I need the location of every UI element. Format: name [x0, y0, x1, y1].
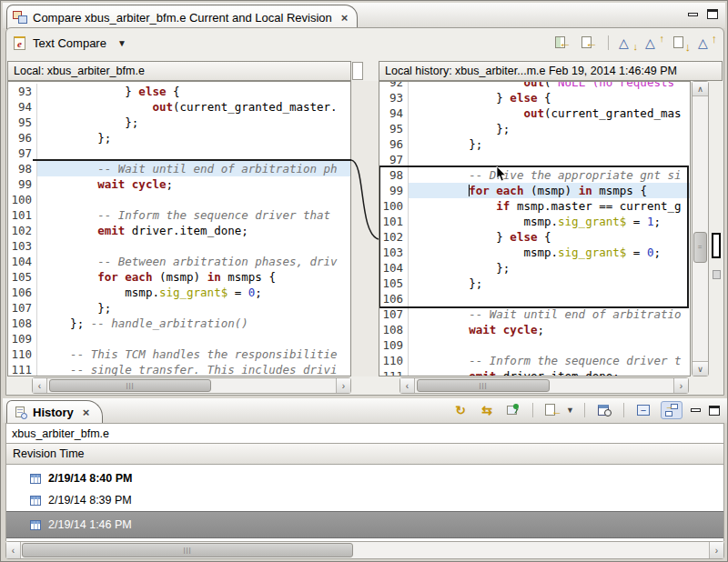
- code-line-107[interactable]: 107 -- Wait until end of arbitratio: [379, 306, 690, 322]
- revision-time-column-header[interactable]: Revision Time: [5, 443, 724, 465]
- revision-file-icon: [30, 496, 41, 506]
- code-line-103[interactable]: 103: [8, 238, 350, 254]
- scroll-right-icon[interactable]: ›: [336, 378, 350, 393]
- revision-row[interactable]: 2/19/14 1:46 PM: [6, 511, 723, 538]
- history-horizontal-scrollbar[interactable]: ‹ ||| ›: [5, 541, 724, 559]
- left-pane-horizontal-scrollbar[interactable]: ‹ ||| ›: [32, 377, 351, 394]
- close-icon[interactable]: ×: [341, 11, 349, 25]
- collapse-all-icon[interactable]: −: [634, 402, 652, 418]
- close-icon[interactable]: ×: [83, 406, 90, 419]
- code-line-100[interactable]: 100 if msmp.master == current_g: [379, 198, 690, 214]
- previous-difference-icon[interactable]: △↑: [645, 35, 663, 51]
- code-line-111[interactable]: 111 emit driver.item_done;: [379, 368, 690, 376]
- code-line-109[interactable]: 109: [8, 331, 350, 346]
- scrollbar-track[interactable]: |||: [21, 542, 709, 558]
- code-line-98[interactable]: 98 -- Wait until end of arbitration ph: [8, 161, 350, 176]
- code-line-104[interactable]: 104 };: [379, 260, 690, 276]
- tab-compare-editor[interactable]: Compare xbus_arbiter_bfm.e Current and L…: [6, 5, 358, 29]
- next-difference-icon[interactable]: △↓: [619, 35, 637, 51]
- minimize-icon[interactable]: [688, 13, 698, 16]
- scrollbar-track[interactable]: |||: [415, 378, 673, 393]
- scrollbar-track[interactable]: |||: [47, 378, 336, 393]
- maximize-icon[interactable]: [707, 9, 718, 19]
- compare-mode-icon[interactable]: ←: [543, 402, 561, 418]
- code-line-95[interactable]: 95 };: [379, 121, 690, 136]
- code-line-110[interactable]: 110 -- Inform the sequence driver t: [379, 353, 690, 368]
- code-line-103[interactable]: 103 msmp.sig_grant$ = 0;: [379, 245, 690, 260]
- revision-row[interactable]: 2/19/14 8:40 PM: [6, 467, 723, 489]
- code-line-110[interactable]: 110 -- This TCM handles the responsibili…: [8, 346, 350, 362]
- code-line-93[interactable]: 93 } else {: [8, 84, 350, 99]
- code-line-106[interactable]: 106: [379, 291, 690, 306]
- code-line-102[interactable]: 102 } else {: [379, 229, 690, 245]
- code-line-95[interactable]: 95 };: [8, 115, 350, 130]
- view-mode-dropdown-icon[interactable]: ▼: [117, 38, 126, 48]
- code-line-96[interactable]: 96 };: [379, 136, 690, 152]
- code-text: };: [37, 115, 350, 130]
- code-line-98[interactable]: 98 -- Drive the appropriate gnt si: [379, 167, 690, 183]
- scroll-left-icon[interactable]: ‹: [33, 378, 47, 393]
- minimize-icon[interactable]: [691, 408, 701, 412]
- left-compare-pane[interactable]: 93 } else {94 out(current_granted_master…: [7, 81, 351, 376]
- right-pane-horizontal-scrollbar[interactable]: ‹ ||| ›: [399, 377, 689, 394]
- code-text: };: [409, 260, 690, 276]
- code-line-108[interactable]: 108 }; -- handle_arbitration(): [8, 316, 350, 331]
- scroll-left-icon[interactable]: ‹: [400, 378, 415, 393]
- code-line-94[interactable]: 94 out(current_granted_mas: [379, 105, 690, 121]
- current-diff-marker[interactable]: [712, 233, 721, 258]
- line-number: 105: [8, 269, 37, 285]
- diff-marker[interactable]: [713, 270, 721, 279]
- horizontal-scrollbar-thumb[interactable]: |||: [49, 379, 211, 392]
- scroll-left-icon[interactable]: ‹: [6, 542, 21, 558]
- code-line-100[interactable]: 100: [8, 192, 350, 207]
- vertical-layout-toggle-icon[interactable]: →: [661, 401, 682, 419]
- code-text: wait cycle;: [409, 322, 690, 337]
- link-with-editor-icon[interactable]: ⇆: [478, 402, 496, 418]
- code-line-97[interactable]: 97: [379, 152, 690, 167]
- code-line-111[interactable]: 111 -- single transfer. This includes dr…: [8, 362, 350, 376]
- vertical-scrollbar-thumb[interactable]: =: [693, 232, 707, 263]
- copy-current-change-right-to-left-icon[interactable]: ←: [580, 35, 598, 51]
- code-line-105[interactable]: 105 for each (msmp) in msmps {: [8, 269, 350, 285]
- horizontal-scrollbar-thumb[interactable]: |||: [417, 379, 550, 392]
- code-line-102[interactable]: 102 emit driver.item_done;: [8, 223, 350, 238]
- code-text: } else {: [409, 229, 690, 245]
- compare-tab-title: Compare xbus_arbiter_bfm.e Current and L…: [33, 11, 332, 25]
- code-line-96[interactable]: 96 };: [8, 130, 350, 146]
- time-filter-icon[interactable]: [595, 402, 613, 418]
- next-change-icon[interactable]: ↓: [672, 35, 690, 51]
- right-compare-pane[interactable]: 92 out("NULL (no requests93 } else {94 o…: [379, 81, 691, 376]
- copy-all-right-to-left-icon[interactable]: ←: [553, 35, 571, 51]
- refresh-icon[interactable]: ↻: [451, 402, 470, 418]
- line-number: 103: [379, 245, 409, 260]
- scroll-right-icon[interactable]: ›: [673, 378, 688, 393]
- code-line-92[interactable]: 92 out("NULL (no requests: [379, 81, 690, 90]
- code-line-107[interactable]: 107 };: [8, 300, 350, 316]
- code-line-101[interactable]: 101 msmp.sig_grant$ = 1;: [379, 214, 690, 229]
- scroll-right-icon[interactable]: ›: [709, 542, 723, 558]
- right-pane-vertical-scrollbar[interactable]: ∧ = ∨: [692, 81, 709, 376]
- code-line-105[interactable]: 105 };: [379, 276, 690, 291]
- revision-row[interactable]: 2/19/14 8:39 PM: [6, 489, 723, 511]
- line-number: 96: [379, 136, 409, 152]
- tab-history[interactable]: History ×: [6, 400, 103, 424]
- code-line-104[interactable]: 104 -- Between arbitration phases, driv: [8, 254, 350, 269]
- code-line-106[interactable]: 106 msmp.sig_grant$ = 0;: [8, 285, 350, 300]
- previous-change-icon[interactable]: △↑: [698, 35, 716, 51]
- code-line-94[interactable]: 94 out(current_granted_master.: [8, 99, 350, 115]
- code-line-99[interactable]: 99 wait cycle;: [8, 176, 350, 192]
- code-line-108[interactable]: 108 wait cycle;: [379, 322, 690, 337]
- code-line-101[interactable]: 101 -- Inform the sequence driver that: [8, 207, 350, 223]
- line-number: 104: [379, 260, 409, 276]
- diff-overview-ruler[interactable]: [710, 81, 724, 376]
- line-number: 92: [379, 81, 409, 90]
- horizontal-scrollbar-thumb[interactable]: |||: [22, 543, 353, 557]
- chevron-down-icon[interactable]: ▼: [566, 406, 574, 415]
- code-line-109[interactable]: 109: [379, 337, 690, 353]
- maximize-icon[interactable]: [709, 406, 720, 416]
- pin-view-icon[interactable]: [504, 402, 522, 418]
- scroll-up-icon[interactable]: ∧: [693, 82, 708, 96]
- scroll-down-icon[interactable]: ∨: [693, 361, 708, 376]
- code-line-99[interactable]: 99 for each (msmp) in msmps {: [379, 183, 690, 198]
- code-line-93[interactable]: 93 } else {: [379, 90, 690, 105]
